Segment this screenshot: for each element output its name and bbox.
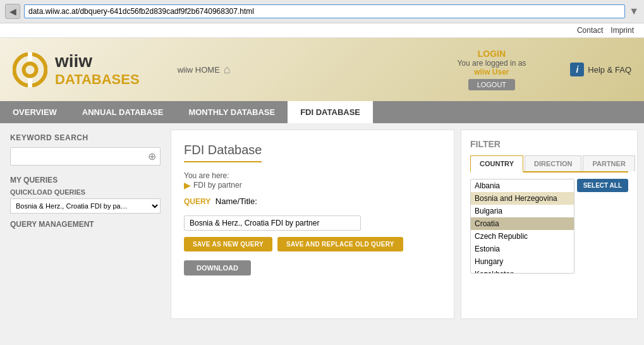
wiiw-logo-text: wiiw [55,51,140,71]
panel-title: FDI Database [184,143,262,162]
home-icon: ⌂ [224,63,231,76]
select-all-button[interactable]: SELECT ALL [577,179,628,192]
contact-link[interactable]: Contact [577,26,603,35]
login-title: LOGIN [457,49,526,59]
logout-button[interactable]: LOGOUT [468,79,515,90]
settings-icon[interactable]: ▼ [629,6,639,17]
svg-rect-2 [28,52,32,61]
breadcrumb-item: FDI by partner [193,181,242,190]
keyword-search-box[interactable]: ⊕ [10,147,161,166]
save-replace-query-button[interactable]: SAVE AND REPLACE OLD QUERY [277,237,403,251]
filter-tabs: COUNTRY DIRECTION PARTNER [470,155,628,172]
list-item[interactable]: Kazakhstan [471,268,574,274]
main-nav: OVERVIEW ANNUAL DATABASE MONTHLY DATABAS… [0,101,644,123]
filter-tab-partner[interactable]: PARTNER [583,155,635,171]
tab-fdi-database[interactable]: FDI DATABASE [288,101,373,123]
logo-section: wiiw DATABASES [13,51,140,88]
country-filter-list[interactable]: Albania Bosnia and Herzegovina Bulgaria … [470,179,574,274]
filter-list-container: Albania Bosnia and Herzegovina Bulgaria … [470,179,628,274]
databases-logo-text: DATABASES [55,71,140,88]
browser-bar: ◀ ▼ [0,0,644,23]
tab-monthly-database[interactable]: MONTHLY DATABASE [176,101,288,123]
logged-as-label: You are logged in as [457,59,526,68]
download-row: DOWNLOAD [184,260,441,275]
header-right-group: LOGIN You are logged in as wiiw User LOG… [457,49,631,90]
keyword-search-title: KEYWORD SEARCH [10,133,161,142]
tab-annual-database[interactable]: ANNUAL DATABASE [70,101,176,123]
filter-tab-country[interactable]: COUNTRY [470,155,523,172]
tab-overview[interactable]: OVERVIEW [0,101,70,123]
list-item[interactable]: Croatia [471,217,574,230]
logo-icon [13,52,47,87]
filter-panel: FILTER COUNTRY DIRECTION PARTNER Albania… [461,130,638,319]
url-bar[interactable] [24,4,625,18]
list-item[interactable]: Bosnia and Herzegovina [471,192,574,205]
search-icon[interactable]: ⊕ [148,150,156,162]
breadcrumb: You are here: ▶ FDI by partner [184,171,441,190]
quickload-title: QUICKLOAD QUERIES [10,188,161,196]
top-nav: Contact Imprint [0,23,644,38]
logo-text: wiiw DATABASES [55,51,140,88]
filter-tab-direction[interactable]: DIRECTION [525,155,582,171]
main-panel: FDI Database You are here: ▶ FDI by part… [171,130,454,319]
quickload-select[interactable]: Bosnia & Herz., Croatia FDI by pa… [10,198,161,214]
keyword-input[interactable] [15,152,148,161]
list-item[interactable]: Albania [471,179,574,192]
user-name: wiiw User [457,68,526,76]
header: wiiw DATABASES wiiw HOME ⌂ LOGIN You are… [0,38,644,101]
list-item[interactable]: Bulgaria [471,205,574,217]
home-label: wiiw HOME [178,65,220,75]
breadcrumb-link[interactable]: ▶ FDI by partner [184,180,441,190]
my-queries-title: MY QUERIES [10,176,161,185]
sidebar: KEYWORD SEARCH ⊕ MY QUERIES QUICKLOAD QU… [0,123,171,325]
help-label: Help & FAQ [588,65,631,75]
query-name-row: QUERY Name/Title: [184,197,441,231]
svg-point-1 [24,63,37,76]
query-name-input[interactable] [184,215,361,231]
content-area: KEYWORD SEARCH ⊕ MY QUERIES QUICKLOAD QU… [0,123,644,325]
query-label: QUERY [184,197,210,206]
list-item[interactable]: Hungary [471,255,574,268]
download-button[interactable]: DOWNLOAD [184,260,251,275]
imprint-link[interactable]: Imprint [611,26,634,35]
btn-row: SAVE AS NEW QUERY SAVE AND REPLACE OLD Q… [184,237,441,251]
query-name-label: Name/Title: [216,197,257,206]
list-item[interactable]: Estonia [471,243,574,255]
save-new-query-button[interactable]: SAVE AS NEW QUERY [184,237,272,251]
info-icon: i [570,63,584,76]
help-section[interactable]: i Help & FAQ [570,63,631,76]
login-section: LOGIN You are logged in as wiiw User LOG… [457,49,526,90]
list-item[interactable]: Czech Republic [471,230,574,243]
back-icon: ◀ [9,6,16,16]
breadcrumb-arrow: ▶ [184,180,191,190]
back-button[interactable]: ◀ [5,4,20,19]
you-are-here-label: You are here: [184,171,229,180]
home-section[interactable]: wiiw HOME ⌂ [178,63,231,76]
svg-rect-3 [28,78,32,87]
query-management-title: QUERY MANAGEMENT [10,220,161,229]
filter-title: FILTER [470,139,628,149]
